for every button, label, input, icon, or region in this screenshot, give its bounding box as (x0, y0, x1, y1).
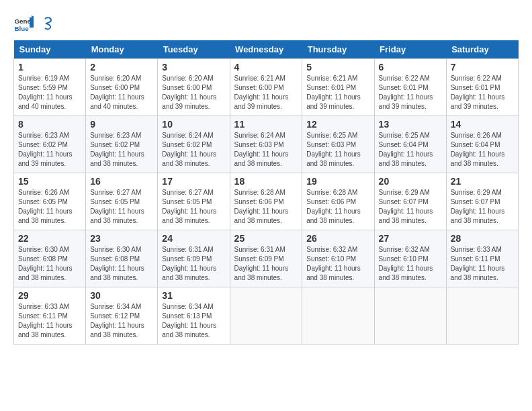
day-cell-8: 8 Sunrise: 6:23 AM Sunset: 6:02 PM Dayli… (14, 116, 86, 173)
week-row-1: 1 Sunrise: 6:19 AM Sunset: 5:59 PM Dayli… (14, 59, 519, 116)
day-cell-26: 26 Sunrise: 6:32 AM Sunset: 6:10 PM Dayl… (302, 230, 374, 287)
sunrise-label: Sunrise: 6:34 AM (162, 303, 213, 310)
day-info: Sunrise: 6:20 AM Sunset: 6:00 PM Dayligh… (90, 74, 153, 111)
day-info: Sunrise: 6:24 AM Sunset: 6:03 PM Dayligh… (234, 131, 298, 169)
weekday-header-sunday: Sunday (14, 40, 86, 59)
day-number: 10 (162, 119, 225, 130)
sunset-label: Sunset: 6:10 PM (306, 255, 356, 263)
daylight-label: Daylight: 11 hours and 39 minutes. (234, 93, 289, 110)
sunrise-label: Sunrise: 6:24 AM (162, 132, 213, 139)
sunrise-label: Sunrise: 6:29 AM (379, 189, 430, 196)
empty-cell (374, 287, 446, 345)
day-info: Sunrise: 6:22 AM Sunset: 6:01 PM Dayligh… (379, 74, 442, 111)
day-info: Sunrise: 6:33 AM Sunset: 6:11 PM Dayligh… (18, 302, 81, 340)
sunset-label: Sunset: 6:09 PM (234, 255, 284, 263)
daylight-label: Daylight: 11 hours and 38 minutes. (451, 208, 505, 224)
daylight-label: Daylight: 11 hours and 38 minutes. (162, 150, 216, 167)
day-cell-21: 21 Sunrise: 6:29 AM Sunset: 6:07 PM Dayl… (446, 173, 518, 230)
sunrise-label: Sunrise: 6:26 AM (18, 189, 69, 196)
sunset-label: Sunset: 6:12 PM (90, 312, 140, 320)
day-cell-3: 3 Sunrise: 6:20 AM Sunset: 6:00 PM Dayli… (158, 59, 230, 116)
sunset-label: Sunset: 6:00 PM (234, 84, 284, 91)
daylight-label: Daylight: 11 hours and 39 minutes. (306, 93, 361, 110)
empty-cell (302, 287, 374, 345)
day-cell-2: 2 Sunrise: 6:20 AM Sunset: 6:00 PM Dayli… (86, 59, 158, 116)
day-number: 2 (90, 62, 153, 73)
logo-icon: General Blue (13, 13, 34, 34)
sunrise-label: Sunrise: 6:32 AM (379, 246, 430, 253)
day-info: Sunrise: 6:29 AM Sunset: 6:07 PM Dayligh… (451, 188, 514, 226)
sunrise-label: Sunrise: 6:27 AM (90, 189, 141, 196)
day-cell-6: 6 Sunrise: 6:22 AM Sunset: 6:01 PM Dayli… (374, 59, 446, 116)
daylight-label: Daylight: 11 hours and 38 minutes. (306, 208, 361, 224)
day-info: Sunrise: 6:32 AM Sunset: 6:10 PM Dayligh… (306, 245, 369, 283)
day-info: Sunrise: 6:30 AM Sunset: 6:08 PM Dayligh… (90, 245, 153, 283)
sunrise-label: Sunrise: 6:19 AM (18, 75, 69, 82)
day-number: 22 (18, 233, 81, 244)
day-number: 21 (451, 176, 514, 187)
sunrise-label: Sunrise: 6:26 AM (451, 132, 502, 139)
daylight-label: Daylight: 11 hours and 39 minutes. (18, 150, 73, 167)
svg-text:Blue: Blue (15, 25, 30, 32)
sunrise-label: Sunrise: 6:31 AM (162, 246, 213, 253)
weekday-header-friday: Friday (374, 40, 446, 59)
day-cell-7: 7 Sunrise: 6:22 AM Sunset: 6:01 PM Dayli… (446, 59, 518, 116)
sunrise-label: Sunrise: 6:21 AM (234, 75, 285, 82)
day-cell-18: 18 Sunrise: 6:28 AM Sunset: 6:06 PM Dayl… (230, 173, 302, 230)
sunset-label: Sunset: 6:07 PM (451, 198, 500, 205)
day-cell-22: 22 Sunrise: 6:30 AM Sunset: 6:08 PM Dayl… (14, 230, 86, 287)
sunset-label: Sunset: 6:05 PM (90, 198, 140, 205)
sunrise-label: Sunrise: 6:34 AM (90, 303, 141, 310)
daylight-label: Daylight: 11 hours and 38 minutes. (451, 150, 505, 167)
day-cell-5: 5 Sunrise: 6:21 AM Sunset: 6:01 PM Dayli… (302, 59, 374, 116)
week-row-3: 15 Sunrise: 6:26 AM Sunset: 6:05 PM Dayl… (14, 173, 519, 230)
day-number: 12 (306, 119, 369, 130)
day-number: 3 (162, 62, 225, 73)
day-number: 26 (306, 233, 369, 244)
daylight-label: Daylight: 11 hours and 38 minutes. (90, 150, 144, 167)
week-row-2: 8 Sunrise: 6:23 AM Sunset: 6:02 PM Dayli… (14, 116, 519, 173)
daylight-label: Daylight: 11 hours and 38 minutes. (162, 208, 216, 224)
day-cell-17: 17 Sunrise: 6:27 AM Sunset: 6:05 PM Dayl… (158, 173, 230, 230)
sunset-label: Sunset: 5:59 PM (18, 84, 68, 91)
sunset-label: Sunset: 6:07 PM (379, 198, 429, 205)
sunset-label: Sunset: 6:01 PM (451, 84, 500, 91)
day-number: 25 (234, 233, 298, 244)
daylight-label: Daylight: 11 hours and 39 minutes. (379, 93, 433, 110)
sunrise-label: Sunrise: 6:30 AM (90, 246, 141, 253)
sunrise-label: Sunrise: 6:33 AM (18, 303, 69, 310)
day-info: Sunrise: 6:27 AM Sunset: 6:05 PM Dayligh… (162, 188, 225, 226)
day-cell-13: 13 Sunrise: 6:25 AM Sunset: 6:04 PM Dayl… (374, 116, 446, 173)
sunset-label: Sunset: 6:02 PM (162, 141, 212, 148)
daylight-label: Daylight: 11 hours and 38 minutes. (90, 208, 144, 224)
day-number: 16 (90, 176, 153, 187)
day-info: Sunrise: 6:31 AM Sunset: 6:09 PM Dayligh… (234, 245, 298, 283)
sunrise-label: Sunrise: 6:24 AM (234, 132, 285, 139)
day-info: Sunrise: 6:27 AM Sunset: 6:05 PM Dayligh… (90, 188, 153, 226)
daylight-label: Daylight: 11 hours and 38 minutes. (379, 208, 433, 224)
day-cell-4: 4 Sunrise: 6:21 AM Sunset: 6:00 PM Dayli… (230, 59, 302, 116)
weekday-header-saturday: Saturday (446, 40, 518, 59)
daylight-label: Daylight: 11 hours and 40 minutes. (90, 93, 144, 110)
sunset-label: Sunset: 6:13 PM (162, 312, 212, 320)
sunset-label: Sunset: 6:03 PM (306, 141, 356, 148)
sunset-label: Sunset: 6:01 PM (379, 84, 429, 91)
daylight-label: Daylight: 11 hours and 38 minutes. (234, 265, 289, 281)
day-number: 8 (18, 119, 81, 130)
day-info: Sunrise: 6:28 AM Sunset: 6:06 PM Dayligh… (306, 188, 369, 226)
day-info: Sunrise: 6:25 AM Sunset: 6:03 PM Dayligh… (306, 131, 369, 169)
day-info: Sunrise: 6:22 AM Sunset: 6:01 PM Dayligh… (451, 74, 514, 111)
sunset-label: Sunset: 6:04 PM (379, 141, 429, 148)
sunrise-label: Sunrise: 6:30 AM (18, 246, 69, 253)
day-cell-10: 10 Sunrise: 6:24 AM Sunset: 6:02 PM Dayl… (158, 116, 230, 173)
day-info: Sunrise: 6:25 AM Sunset: 6:04 PM Dayligh… (379, 131, 442, 169)
day-cell-19: 19 Sunrise: 6:28 AM Sunset: 6:06 PM Dayl… (302, 173, 374, 230)
sunset-label: Sunset: 6:01 PM (306, 84, 356, 91)
day-number: 11 (234, 119, 298, 130)
daylight-label: Daylight: 11 hours and 38 minutes. (234, 150, 289, 167)
sunrise-label: Sunrise: 6:25 AM (306, 132, 357, 139)
sunrise-label: Sunrise: 6:23 AM (90, 132, 141, 139)
sunrise-label: Sunrise: 6:31 AM (234, 246, 285, 253)
daylight-label: Daylight: 11 hours and 38 minutes. (234, 208, 289, 224)
day-info: Sunrise: 6:30 AM Sunset: 6:08 PM Dayligh… (18, 245, 81, 283)
